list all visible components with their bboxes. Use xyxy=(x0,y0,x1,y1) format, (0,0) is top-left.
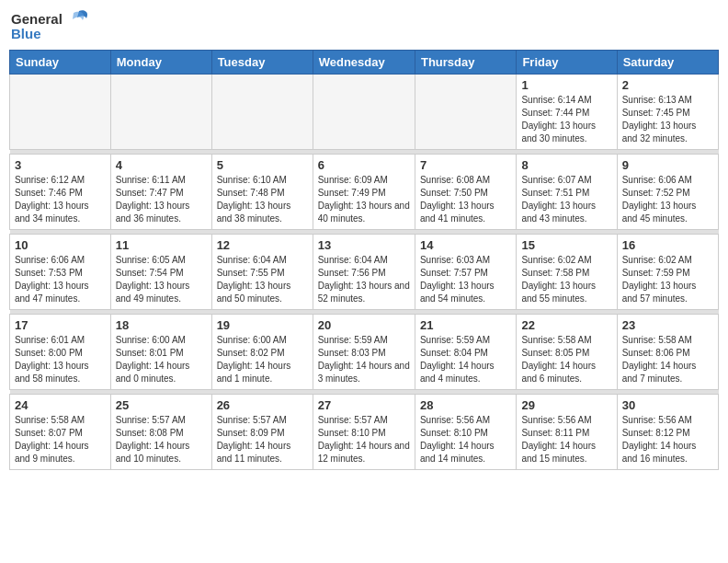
calendar-day-cell: 14Sunrise: 6:03 AMSunset: 7:57 PMDayligh… xyxy=(415,235,516,310)
svg-text:Blue: Blue xyxy=(11,26,41,41)
day-info: Sunrise: 6:02 AMSunset: 7:58 PMDaylight:… xyxy=(521,254,611,305)
day-info: Sunrise: 6:11 AMSunset: 7:47 PMDaylight:… xyxy=(116,174,207,225)
day-number: 10 xyxy=(15,238,106,252)
calendar-day-cell: 20Sunrise: 5:59 AMSunset: 8:03 PMDayligh… xyxy=(313,315,415,390)
day-number: 6 xyxy=(318,158,410,172)
day-of-week-header: Saturday xyxy=(617,51,718,75)
day-number: 16 xyxy=(622,238,713,252)
day-number: 22 xyxy=(521,318,611,332)
day-number: 30 xyxy=(622,398,713,412)
calendar-day-cell: 1Sunrise: 6:14 AMSunset: 7:44 PMDaylight… xyxy=(517,75,617,150)
day-number: 14 xyxy=(420,238,511,252)
calendar-day-cell: 10Sunrise: 6:06 AMSunset: 7:53 PMDayligh… xyxy=(10,235,111,310)
calendar-day-cell xyxy=(415,75,516,150)
day-number: 7 xyxy=(420,158,511,172)
day-number: 2 xyxy=(622,78,713,92)
svg-text:General: General xyxy=(11,11,63,27)
day-info: Sunrise: 6:00 AMSunset: 8:02 PMDaylight:… xyxy=(217,334,308,385)
day-number: 25 xyxy=(116,398,207,412)
day-info: Sunrise: 5:57 AMSunset: 8:08 PMDaylight:… xyxy=(116,414,207,465)
day-number: 13 xyxy=(318,238,410,252)
calendar-day-cell: 24Sunrise: 5:58 AMSunset: 8:07 PMDayligh… xyxy=(10,395,111,470)
day-info: Sunrise: 5:58 AMSunset: 8:05 PMDaylight:… xyxy=(521,334,611,385)
calendar-day-cell: 2Sunrise: 6:13 AMSunset: 7:45 PMDaylight… xyxy=(617,75,718,150)
day-of-week-header: Tuesday xyxy=(211,51,313,75)
day-number: 1 xyxy=(521,78,611,92)
day-number: 20 xyxy=(318,318,410,332)
day-info: Sunrise: 6:05 AMSunset: 7:54 PMDaylight:… xyxy=(116,254,207,305)
calendar-day-cell: 18Sunrise: 6:00 AMSunset: 8:01 PMDayligh… xyxy=(110,315,211,390)
day-number: 17 xyxy=(15,318,106,332)
day-info: Sunrise: 5:56 AMSunset: 8:10 PMDaylight:… xyxy=(420,414,511,465)
day-info: Sunrise: 6:04 AMSunset: 7:55 PMDaylight:… xyxy=(217,254,308,305)
calendar-day-cell: 28Sunrise: 5:56 AMSunset: 8:10 PMDayligh… xyxy=(415,395,516,470)
calendar-week-row: 1Sunrise: 6:14 AMSunset: 7:44 PMDaylight… xyxy=(10,75,719,150)
day-info: Sunrise: 6:13 AMSunset: 7:45 PMDaylight:… xyxy=(622,94,713,145)
day-info: Sunrise: 6:10 AMSunset: 7:48 PMDaylight:… xyxy=(217,174,308,225)
calendar-day-cell: 30Sunrise: 5:56 AMSunset: 8:12 PMDayligh… xyxy=(617,395,718,470)
day-info: Sunrise: 5:58 AMSunset: 8:07 PMDaylight:… xyxy=(15,414,106,465)
day-number: 5 xyxy=(217,158,308,172)
calendar-day-cell: 27Sunrise: 5:57 AMSunset: 8:10 PMDayligh… xyxy=(313,395,415,470)
calendar-week-row: 17Sunrise: 6:01 AMSunset: 8:00 PMDayligh… xyxy=(10,315,719,390)
day-info: Sunrise: 5:56 AMSunset: 8:11 PMDaylight:… xyxy=(521,414,611,465)
day-number: 3 xyxy=(15,158,106,172)
day-info: Sunrise: 6:14 AMSunset: 7:44 PMDaylight:… xyxy=(521,94,611,145)
calendar-day-cell: 4Sunrise: 6:11 AMSunset: 7:47 PMDaylight… xyxy=(110,155,211,230)
calendar-day-cell xyxy=(110,75,211,150)
calendar-week-row: 3Sunrise: 6:12 AMSunset: 7:46 PMDaylight… xyxy=(10,155,719,230)
day-number: 28 xyxy=(420,398,511,412)
calendar-day-cell: 15Sunrise: 6:02 AMSunset: 7:58 PMDayligh… xyxy=(517,235,617,310)
day-info: Sunrise: 5:56 AMSunset: 8:12 PMDaylight:… xyxy=(622,414,713,465)
day-number: 15 xyxy=(521,238,611,252)
day-info: Sunrise: 6:08 AMSunset: 7:50 PMDaylight:… xyxy=(420,174,511,225)
calendar-day-cell: 19Sunrise: 6:00 AMSunset: 8:02 PMDayligh… xyxy=(211,315,313,390)
day-info: Sunrise: 6:06 AMSunset: 7:52 PMDaylight:… xyxy=(622,174,713,225)
day-info: Sunrise: 5:57 AMSunset: 8:09 PMDaylight:… xyxy=(217,414,308,465)
day-info: Sunrise: 6:09 AMSunset: 7:49 PMDaylight:… xyxy=(318,174,410,225)
page-header: General Blue xyxy=(9,9,719,42)
calendar-day-cell: 23Sunrise: 5:58 AMSunset: 8:06 PMDayligh… xyxy=(617,315,718,390)
day-number: 21 xyxy=(420,318,511,332)
calendar-day-cell: 3Sunrise: 6:12 AMSunset: 7:46 PMDaylight… xyxy=(10,155,111,230)
calendar-day-cell: 8Sunrise: 6:07 AMSunset: 7:51 PMDaylight… xyxy=(517,155,617,230)
day-number: 19 xyxy=(217,318,308,332)
calendar-day-cell: 7Sunrise: 6:08 AMSunset: 7:50 PMDaylight… xyxy=(415,155,516,230)
day-number: 12 xyxy=(217,238,308,252)
day-number: 23 xyxy=(622,318,713,332)
calendar-day-cell: 13Sunrise: 6:04 AMSunset: 7:56 PMDayligh… xyxy=(313,235,415,310)
day-info: Sunrise: 5:58 AMSunset: 8:06 PMDaylight:… xyxy=(622,334,713,385)
day-number: 29 xyxy=(521,398,611,412)
day-info: Sunrise: 6:07 AMSunset: 7:51 PMDaylight:… xyxy=(521,174,611,225)
day-number: 18 xyxy=(116,318,207,332)
calendar-week-row: 24Sunrise: 5:58 AMSunset: 8:07 PMDayligh… xyxy=(10,395,719,470)
calendar-day-cell: 16Sunrise: 6:02 AMSunset: 7:59 PMDayligh… xyxy=(617,235,718,310)
calendar-day-cell xyxy=(10,75,111,150)
day-info: Sunrise: 6:00 AMSunset: 8:01 PMDaylight:… xyxy=(116,334,207,385)
calendar-day-cell: 22Sunrise: 5:58 AMSunset: 8:05 PMDayligh… xyxy=(517,315,617,390)
calendar-day-cell: 11Sunrise: 6:05 AMSunset: 7:54 PMDayligh… xyxy=(110,235,211,310)
calendar-day-cell: 5Sunrise: 6:10 AMSunset: 7:48 PMDaylight… xyxy=(211,155,313,230)
calendar-day-cell xyxy=(313,75,415,150)
day-number: 27 xyxy=(318,398,410,412)
calendar-day-cell: 25Sunrise: 5:57 AMSunset: 8:08 PMDayligh… xyxy=(110,395,211,470)
day-info: Sunrise: 6:12 AMSunset: 7:46 PMDaylight:… xyxy=(15,174,106,225)
day-info: Sunrise: 6:02 AMSunset: 7:59 PMDaylight:… xyxy=(622,254,713,305)
day-number: 24 xyxy=(15,398,106,412)
calendar-header-row: SundayMondayTuesdayWednesdayThursdayFrid… xyxy=(10,51,719,75)
calendar-day-cell: 9Sunrise: 6:06 AMSunset: 7:52 PMDaylight… xyxy=(617,155,718,230)
calendar-table: SundayMondayTuesdayWednesdayThursdayFrid… xyxy=(9,50,719,470)
day-number: 8 xyxy=(521,158,611,172)
calendar-day-cell xyxy=(211,75,313,150)
calendar-day-cell: 12Sunrise: 6:04 AMSunset: 7:55 PMDayligh… xyxy=(211,235,313,310)
day-number: 9 xyxy=(622,158,713,172)
calendar-day-cell: 21Sunrise: 5:59 AMSunset: 8:04 PMDayligh… xyxy=(415,315,516,390)
logo: General Blue xyxy=(9,9,97,42)
day-of-week-header: Friday xyxy=(517,51,617,75)
day-of-week-header: Wednesday xyxy=(313,51,415,75)
day-of-week-header: Sunday xyxy=(10,51,111,75)
day-info: Sunrise: 6:06 AMSunset: 7:53 PMDaylight:… xyxy=(15,254,106,305)
calendar-day-cell: 26Sunrise: 5:57 AMSunset: 8:09 PMDayligh… xyxy=(211,395,313,470)
calendar-day-cell: 29Sunrise: 5:56 AMSunset: 8:11 PMDayligh… xyxy=(517,395,617,470)
day-info: Sunrise: 6:01 AMSunset: 8:00 PMDaylight:… xyxy=(15,334,106,385)
